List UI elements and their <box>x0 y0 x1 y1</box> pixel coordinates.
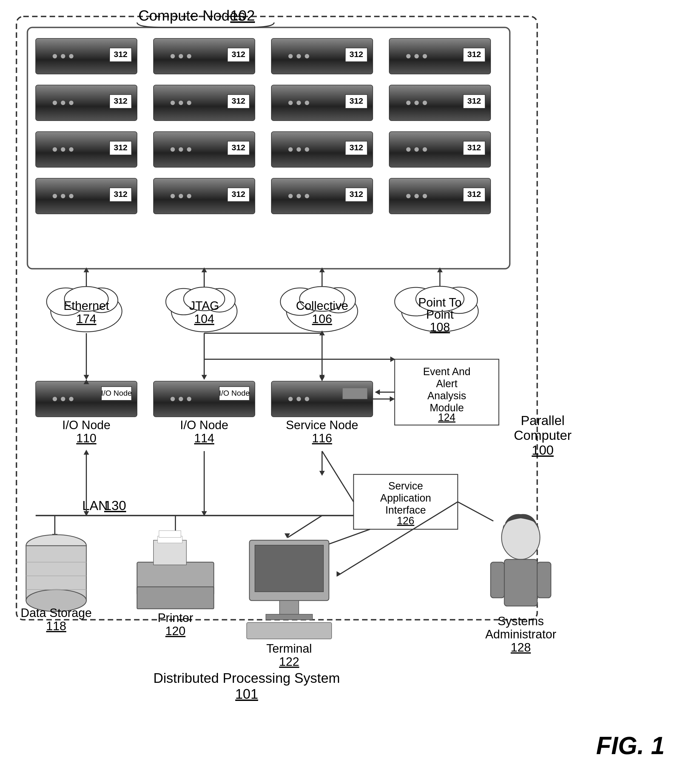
event-alert-label4: Module <box>430 402 464 413</box>
server-device-r3c1: 312 <box>36 132 137 167</box>
fig-label: FIG. 1 <box>596 732 665 759</box>
server-device-r1c4: 312 <box>389 38 491 74</box>
admin-body <box>504 559 537 606</box>
svg-point-27 <box>69 101 74 105</box>
svg-point-57 <box>187 147 191 151</box>
svg-text:312: 312 <box>468 50 481 59</box>
svg-point-15 <box>305 54 309 58</box>
svg-rect-22 <box>463 48 485 62</box>
svg-text:312: 312 <box>349 96 363 105</box>
svg-marker-117 <box>201 375 207 380</box>
svg-point-127 <box>179 397 183 401</box>
data-storage-label: Data Storage <box>20 606 91 620</box>
terminal-label: Terminal <box>266 642 312 655</box>
svg-point-44 <box>414 101 419 105</box>
svg-rect-0 <box>36 38 137 74</box>
cloud-ethernet <box>51 291 122 332</box>
svg-marker-116 <box>83 375 89 380</box>
lan-label: LAN <box>82 498 108 513</box>
svg-rect-36 <box>271 85 373 121</box>
terminal-monitor <box>249 540 329 601</box>
server-device-r4c2: 312 <box>153 178 255 214</box>
svg-text:312: 312 <box>114 50 128 59</box>
svg-point-93 <box>423 194 427 198</box>
svg-rect-72 <box>36 178 137 214</box>
svg-point-122 <box>69 397 74 401</box>
diagram-svg: Compute Nodes 102 312 312 312 312 <box>0 0 680 784</box>
data-storage-body <box>26 546 87 601</box>
svg-marker-103 <box>437 287 442 292</box>
svg-point-21 <box>423 54 427 58</box>
svg-rect-48 <box>36 132 137 167</box>
parallel-computer-number: 100 <box>532 443 554 457</box>
svg-rect-34 <box>228 95 249 108</box>
svg-point-49 <box>53 147 57 151</box>
svg-rect-82 <box>228 188 249 202</box>
svg-rect-4 <box>110 48 132 62</box>
svg-point-13 <box>288 54 293 58</box>
svg-point-61 <box>288 147 293 151</box>
svg-text:312: 312 <box>231 189 245 199</box>
cloud-ptp-number: 108 <box>430 320 450 334</box>
server-device-r3c4: 312 <box>389 132 491 167</box>
svg-point-33 <box>187 101 191 105</box>
server-device-r4c4: 312 <box>389 178 491 214</box>
server-device-r4c3: 312 <box>271 178 373 214</box>
svg-rect-84 <box>271 178 373 214</box>
svg-point-80 <box>179 194 183 198</box>
server-device-r2c1: 312 <box>36 85 137 121</box>
svg-point-81 <box>187 194 191 198</box>
svg-point-25 <box>53 101 57 105</box>
svg-point-106 <box>65 287 108 311</box>
svg-point-104 <box>47 288 85 315</box>
io-node-2-label: I/O Node <box>180 418 228 432</box>
svg-point-126 <box>170 397 175 401</box>
svg-point-91 <box>406 194 411 198</box>
svg-point-3 <box>69 54 74 58</box>
svg-rect-60 <box>271 132 373 167</box>
svg-marker-142 <box>173 534 178 539</box>
svg-marker-102 <box>437 267 442 272</box>
svg-marker-150 <box>375 390 380 395</box>
svg-rect-94 <box>463 188 485 202</box>
terminal-screen <box>255 545 323 592</box>
svg-marker-97 <box>83 287 89 292</box>
cloud-ptp-label2: Point <box>426 308 453 321</box>
sai-label3: Interface <box>386 504 426 516</box>
admin-right-arm <box>537 562 551 598</box>
svg-point-68 <box>414 147 419 151</box>
server-device-r2c2: 312 <box>153 85 255 121</box>
svg-point-38 <box>297 101 301 105</box>
svg-point-75 <box>69 194 74 198</box>
svg-rect-66 <box>389 132 491 167</box>
cloud-jtag-number: 104 <box>194 312 214 325</box>
arrow-service-to-terminal <box>288 516 322 538</box>
svg-rect-16 <box>345 48 367 62</box>
svg-point-8 <box>179 54 183 58</box>
printer-body <box>137 562 214 595</box>
cloud-ptp-label1: Point To <box>418 296 461 309</box>
svg-rect-46 <box>463 95 485 108</box>
svg-marker-153 <box>319 330 325 335</box>
data-storage-number: 118 <box>46 619 66 633</box>
svg-rect-135 <box>343 388 367 399</box>
svg-marker-139 <box>201 511 207 516</box>
svg-point-128 <box>187 397 191 401</box>
svg-point-37 <box>288 101 293 105</box>
svg-marker-141 <box>52 534 58 539</box>
svg-point-133 <box>297 397 301 401</box>
svg-rect-58 <box>228 141 249 155</box>
io-node-1-number: 110 <box>76 431 96 445</box>
svg-point-113 <box>395 287 438 316</box>
parallel-computer-label1: Parallel <box>521 413 565 428</box>
svg-rect-119 <box>36 381 137 417</box>
svg-point-74 <box>61 194 65 198</box>
event-alert-box <box>395 359 499 425</box>
svg-point-109 <box>184 287 225 311</box>
svg-rect-52 <box>110 141 132 155</box>
svg-point-1 <box>53 54 57 58</box>
compute-nodes-number: 102 <box>230 7 255 24</box>
sai-label1: Service <box>388 480 423 492</box>
svg-point-14 <box>297 54 301 58</box>
arrow-sai-to-admin <box>458 502 493 521</box>
